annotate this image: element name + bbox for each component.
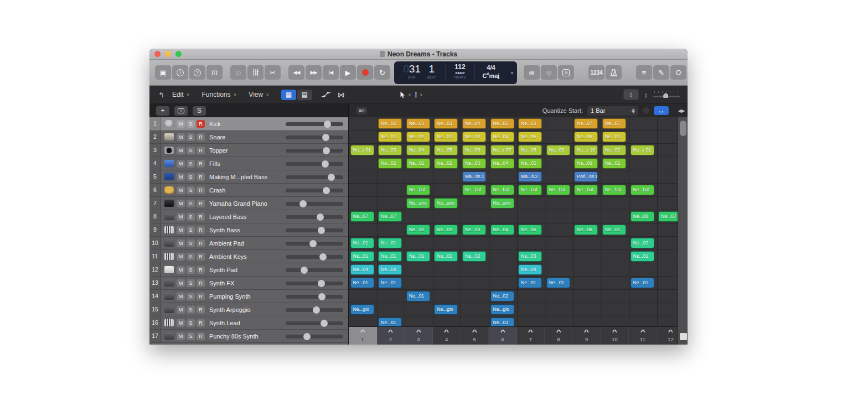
track-name[interactable]: Yamaha Grand Piano bbox=[209, 200, 267, 207]
midi-region[interactable]: Ne...03 bbox=[462, 132, 486, 142]
volume-slider-thumb[interactable] bbox=[323, 147, 330, 154]
volume-slider-thumb[interactable] bbox=[319, 253, 327, 261]
lcd-display[interactable]: 031 BAR 1 BEAT 112 KEEP TEMPO 4/4 C#maj … bbox=[394, 61, 517, 84]
volume-slider-thumb[interactable] bbox=[317, 213, 324, 221]
mute-button[interactable]: M bbox=[177, 147, 185, 154]
track-name[interactable]: Ambient Keys bbox=[209, 253, 247, 260]
mute-button[interactable]: M bbox=[177, 120, 185, 128]
track-row-ambient-keys[interactable]: 11MSRAmbient Keys bbox=[149, 250, 348, 263]
midi-region[interactable]: Ne...bal bbox=[546, 185, 570, 195]
tuning-fork-button[interactable]: ψ bbox=[541, 65, 557, 80]
midi-region[interactable]: Ne...01 bbox=[434, 132, 458, 142]
catch-playhead-icon[interactable]: ↰ bbox=[158, 91, 164, 99]
ruler-bar-8[interactable]: ^8 bbox=[545, 327, 573, 345]
mute-button[interactable]: M bbox=[177, 226, 185, 234]
loop-browser-button[interactable]: Ω bbox=[670, 65, 686, 80]
midi-region[interactable]: Ne...01 bbox=[434, 251, 458, 262]
mute-button[interactable]: M bbox=[177, 306, 185, 314]
midi-region[interactable]: Ne...04 bbox=[378, 264, 402, 275]
solo-button[interactable]: S bbox=[187, 253, 195, 261]
metronome-button[interactable] bbox=[606, 65, 622, 80]
midi-region[interactable]: Ma...s.2 bbox=[518, 171, 542, 182]
midi-region[interactable]: Ne...bal bbox=[518, 185, 542, 195]
midi-region[interactable]: Ne...ano bbox=[406, 198, 430, 209]
track-name[interactable]: Layered Bass bbox=[209, 213, 246, 220]
volume-slider-thumb[interactable] bbox=[324, 121, 331, 128]
count-in-button[interactable]: 1234 bbox=[588, 65, 604, 80]
midi-region[interactable]: Ne...03 bbox=[518, 118, 542, 129]
zoom-button[interactable] bbox=[175, 51, 182, 57]
volume-slider[interactable] bbox=[286, 319, 343, 327]
midi-region[interactable]: Ne...02 bbox=[378, 158, 402, 169]
record-enable-button[interactable]: R bbox=[197, 253, 205, 261]
midi-region[interactable]: Ne...03 bbox=[462, 158, 486, 169]
region-inspector-button[interactable]: ≡R bbox=[356, 107, 367, 114]
record-enable-button[interactable]: R bbox=[197, 213, 205, 221]
track-name[interactable]: Fills bbox=[209, 160, 220, 167]
tuner-button[interactable]: ⊙ bbox=[230, 65, 246, 80]
midi-region[interactable]: Ne...01 bbox=[518, 278, 542, 288]
solo-button[interactable]: S bbox=[187, 186, 195, 194]
midi-region[interactable]: Ne...05 bbox=[518, 225, 542, 235]
track-row-topper[interactable]: 3MSRTopper bbox=[149, 144, 348, 157]
menu-view[interactable]: View∨ bbox=[249, 91, 269, 98]
ruler-bar-4[interactable]: ^4 bbox=[433, 327, 461, 345]
track-row-ambient-pad[interactable]: 10MSRAmbient Pad bbox=[149, 237, 348, 250]
midi-region[interactable]: Ne...01 bbox=[602, 132, 626, 142]
midi-region[interactable]: Ne...r 07 bbox=[490, 145, 514, 155]
midi-region[interactable]: Ne...02 bbox=[406, 132, 430, 142]
solo-button[interactable]: S bbox=[187, 120, 195, 128]
midi-region[interactable]: Ne...gio bbox=[490, 304, 514, 315]
midi-region[interactable]: Ne...04 bbox=[490, 132, 514, 142]
record-enable-button[interactable]: R bbox=[197, 306, 205, 314]
menu-functions[interactable]: Functions∨ bbox=[202, 91, 236, 98]
solo-button[interactable]: S bbox=[187, 306, 195, 314]
track-row-fills[interactable]: 4MSRFills bbox=[149, 157, 348, 170]
midi-region[interactable]: Ma...ss.1 bbox=[462, 171, 486, 182]
solo-button[interactable]: S bbox=[187, 319, 195, 327]
track-lane[interactable] bbox=[349, 303, 688, 316]
volume-slider[interactable] bbox=[286, 279, 343, 287]
pointer-tool-button[interactable]: ∨ bbox=[400, 91, 411, 98]
mute-button[interactable]: M bbox=[177, 160, 185, 168]
track-name[interactable]: Synth Pad bbox=[209, 267, 237, 273]
midi-region[interactable]: Ne...ano bbox=[490, 198, 514, 209]
midi-region[interactable]: Ne...01 bbox=[350, 278, 374, 288]
mute-button[interactable]: M bbox=[177, 186, 185, 194]
midi-region[interactable]: Ne...gio bbox=[434, 304, 458, 315]
volume-slider-thumb[interactable] bbox=[299, 200, 307, 207]
midi-region[interactable]: Ne...01 bbox=[406, 251, 430, 262]
midi-region[interactable]: Ne...09 bbox=[546, 145, 570, 155]
track-row-synth-bass[interactable]: 9MSRSynth Bass bbox=[149, 223, 348, 237]
midi-region[interactable]: Ne...01 bbox=[406, 291, 430, 301]
quick-help-button[interactable]: ? bbox=[189, 65, 205, 80]
midi-region[interactable]: Ne...04 bbox=[518, 264, 542, 275]
rewind-button[interactable]: ◀◀ bbox=[288, 65, 304, 80]
midi-region[interactable]: Ne...04 bbox=[490, 158, 514, 169]
autopunch-button[interactable]: ⊗ bbox=[524, 65, 540, 80]
midi-region[interactable]: Ne...01 bbox=[378, 238, 402, 248]
vertical-zoom-icon[interactable]: ↕ bbox=[644, 91, 648, 99]
volume-slider-thumb[interactable] bbox=[322, 134, 329, 141]
mute-button[interactable]: M bbox=[177, 293, 185, 300]
track-row-synth-pad[interactable]: 12MSRSynth Pad bbox=[149, 263, 348, 277]
record-enable-button[interactable]: R bbox=[197, 239, 205, 247]
volume-slider-thumb[interactable] bbox=[321, 320, 328, 327]
volume-slider[interactable] bbox=[286, 239, 343, 247]
midi-region[interactable]: Ne...06 bbox=[574, 225, 598, 235]
go-to-beginning-button[interactable]: |◀ bbox=[323, 65, 339, 80]
midi-region[interactable]: Ne...07 bbox=[350, 211, 374, 222]
ruler-bar-2[interactable]: ^2 bbox=[377, 327, 405, 345]
midi-region[interactable]: Ne...05 bbox=[490, 118, 514, 129]
record-enable-button[interactable]: R bbox=[197, 332, 205, 340]
track-solo-button[interactable]: S bbox=[193, 106, 206, 116]
volume-slider[interactable] bbox=[286, 173, 343, 181]
midi-region[interactable]: Ne...08 bbox=[518, 145, 542, 155]
vertical-scrollbar[interactable] bbox=[678, 117, 688, 345]
volume-slider[interactable] bbox=[286, 293, 343, 300]
ruler-bar-6[interactable]: ^6 bbox=[489, 327, 517, 345]
midi-region[interactable]: Ne...01 bbox=[631, 251, 654, 262]
track-row-kick[interactable]: 1MSRKick bbox=[149, 117, 348, 131]
mute-button[interactable]: M bbox=[177, 279, 185, 287]
track-name[interactable]: Synth Lead bbox=[209, 320, 240, 326]
